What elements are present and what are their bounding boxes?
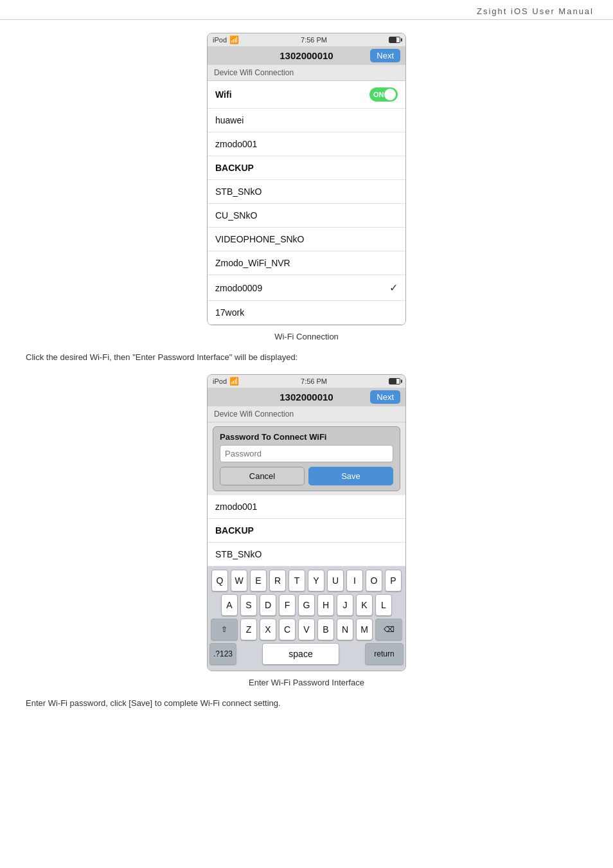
network-row-5[interactable]: VIDEOPHONE_SNkO	[208, 228, 405, 251]
key-G[interactable]: G	[298, 594, 315, 616]
password-interface-caption: Enter Wi-Fi Password Interface	[26, 678, 587, 687]
key-S[interactable]: S	[240, 594, 257, 616]
key-A[interactable]: A	[221, 594, 238, 616]
key-E[interactable]: E	[250, 570, 267, 592]
status-bar: iPod 📶 7:56 PM	[208, 33, 405, 46]
key-H[interactable]: H	[317, 594, 334, 616]
network-row-2[interactable]: BACKUP	[208, 156, 405, 180]
status-bar-2: iPod 📶 7:56 PM	[208, 375, 405, 388]
password-input[interactable]	[220, 445, 393, 462]
ipod-label: iPod	[213, 36, 227, 44]
cancel-button[interactable]: Cancel	[220, 467, 305, 485]
ios-keyboard: Q W E R T Y U I O P A S D F G H J K	[208, 566, 405, 671]
password-dialog-title: Password To Connect WiFi	[220, 432, 393, 442]
network-below-0[interactable]: zmodo001	[208, 495, 405, 519]
key-K[interactable]: K	[356, 594, 373, 616]
ipod-label-2: iPod	[213, 377, 227, 385]
key-B[interactable]: B	[317, 619, 334, 640]
network-row-4[interactable]: CU_SNkO	[208, 204, 405, 228]
key-I[interactable]: I	[346, 570, 363, 592]
wifi-label: Wifi	[215, 89, 232, 100]
key-P[interactable]: P	[385, 570, 402, 592]
space-key[interactable]: space	[262, 643, 339, 665]
key-N[interactable]: N	[337, 619, 353, 640]
key-O[interactable]: O	[366, 570, 382, 592]
key-J[interactable]: J	[337, 594, 353, 616]
section-header-wifi-2: Device Wifi Connection	[208, 406, 405, 422]
wifi-toggle[interactable]: ON	[369, 87, 398, 102]
section1-description: Click the desired Wi-Fi, then "Enter Pas…	[26, 351, 587, 365]
wifi-signal-icon-2: 📶	[229, 377, 239, 386]
backspace-key[interactable]: ⌫	[375, 619, 402, 640]
numbers-key[interactable]: .?123	[209, 643, 236, 665]
key-V[interactable]: V	[298, 619, 315, 640]
nav-title: 1302000010	[280, 50, 333, 61]
key-F[interactable]: F	[279, 594, 296, 616]
network-row-1[interactable]: zmodo001	[208, 132, 405, 156]
network-row-8[interactable]: 17work	[208, 301, 405, 325]
return-key[interactable]: return	[365, 643, 404, 665]
key-R[interactable]: R	[269, 570, 286, 592]
nav-bar: 1302000010 Next	[208, 46, 405, 65]
key-C[interactable]: C	[279, 619, 296, 640]
network-row-3[interactable]: STB_SNkO	[208, 180, 405, 204]
time-display-2: 7:56 PM	[301, 377, 327, 385]
key-D[interactable]: D	[260, 594, 276, 616]
wifi-connection-device: iPod 📶 7:56 PM 1302000010 Next Device Wi…	[207, 33, 406, 325]
wifi-connection-caption: Wi-Fi Connection	[26, 332, 587, 341]
shift-key[interactable]: ⇧	[211, 619, 238, 640]
key-U[interactable]: U	[327, 570, 344, 592]
bottom-description: Enter Wi-Fi password, click [Save] to co…	[26, 697, 587, 710]
nav-bar-2: 1302000010 Next	[208, 388, 405, 406]
key-T[interactable]: T	[289, 570, 305, 592]
nav-title-2: 1302000010	[280, 392, 333, 402]
key-Z[interactable]: Z	[240, 619, 257, 640]
key-X[interactable]: X	[260, 619, 276, 640]
password-interface-device: iPod 📶 7:56 PM 1302000010 Next Device Wi…	[207, 374, 406, 671]
network-row-7[interactable]: zmodo0009 ✓	[208, 275, 405, 301]
key-W[interactable]: W	[231, 570, 247, 592]
network-below-1[interactable]: BACKUP	[208, 519, 405, 543]
check-mark-icon: ✓	[389, 282, 398, 294]
save-button[interactable]: Save	[308, 467, 393, 485]
wifi-toggle-row[interactable]: Wifi ON	[208, 81, 405, 109]
key-Q[interactable]: Q	[211, 570, 228, 592]
next-button-2[interactable]: Next	[370, 390, 400, 404]
wifi-signal-icon: 📶	[229, 35, 239, 44]
network-row-0[interactable]: huawei	[208, 109, 405, 132]
network-below-2[interactable]: STB_SNkO	[208, 543, 405, 566]
next-button[interactable]: Next	[370, 49, 400, 62]
time-display: 7:56 PM	[301, 36, 327, 44]
network-row-6[interactable]: Zmodo_WiFi_NVR	[208, 251, 405, 275]
section-header-wifi: Device Wifi Connection	[208, 65, 405, 81]
key-L[interactable]: L	[375, 594, 392, 616]
key-M[interactable]: M	[356, 619, 373, 640]
password-dialog: Password To Connect WiFi Cancel Save	[213, 426, 400, 491]
key-Y[interactable]: Y	[308, 570, 324, 592]
page-header: Zsight iOS User Manual	[0, 0, 613, 20]
